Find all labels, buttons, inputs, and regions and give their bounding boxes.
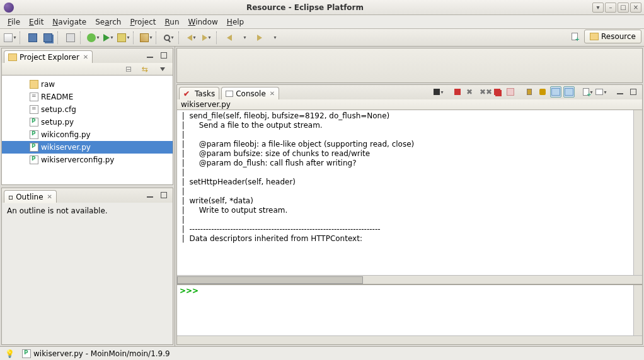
tree-item-setup-cfg[interactable]: setup.cfg — [2, 103, 173, 116]
tree-item-label: README — [41, 93, 73, 101]
status-file: wikiserver.py - MoinMoin/moin/1.9.9 — [33, 349, 170, 358]
project-explorer-view: Project Explorer ✕ ⊟ ⇆ rawREADMEsetup.cf… — [1, 48, 173, 185]
back-history-button[interactable] — [238, 31, 251, 45]
tree-item-label: wikiserverconfig.py — [41, 155, 114, 164]
terminate-all-button[interactable] — [492, 86, 503, 98]
main-toolbar: Resource — [0, 29, 644, 47]
project-explorer-title: Project Explorer — [20, 53, 79, 62]
view-maximize-button[interactable] — [158, 50, 170, 61]
resource-icon — [590, 33, 599, 40]
py-file-icon — [30, 118, 38, 127]
close-icon[interactable]: ✕ — [47, 193, 52, 200]
open-console-button[interactable] — [595, 86, 607, 98]
remove-all-button[interactable]: ✖✖ — [478, 86, 490, 98]
search-button[interactable] — [162, 31, 176, 45]
pin-console-button[interactable] — [537, 86, 548, 98]
display-console-button[interactable] — [582, 86, 594, 98]
window-titlebar: Resource - Eclipse Platform ▾ – □ × — [0, 0, 644, 15]
vertical-scrollbar[interactable] — [633, 285, 642, 335]
view-minimize-button[interactable] — [144, 189, 156, 201]
tree-item-label: raw — [41, 80, 55, 89]
window-title: Resource - Eclipse Platform — [18, 3, 592, 12]
terminate-button[interactable] — [452, 86, 463, 98]
menu-window[interactable]: Window — [185, 16, 222, 28]
scroll-lock-button[interactable] — [524, 86, 535, 98]
close-icon[interactable]: ✕ — [83, 53, 88, 60]
console-label: Console — [236, 89, 266, 98]
console-selection-button[interactable] — [433, 86, 444, 98]
tree-item-setup-py[interactable]: setup.py — [2, 116, 173, 128]
console-output[interactable]: | send_file(self, fileobj, bufsize=8192,… — [177, 110, 642, 284]
tree-item-README[interactable]: README — [2, 91, 173, 103]
outline-message: An outline is not available. — [7, 206, 108, 215]
tree-item-wikiconfig-py[interactable]: wikiconfig.py — [2, 128, 173, 141]
collapse-all-button[interactable]: ⊟ — [123, 62, 137, 76]
file-icon — [22, 349, 31, 358]
outline-tab[interactable]: ▫ Outline ✕ — [4, 190, 57, 203]
status-tip-icon[interactable]: 💡 — [5, 349, 14, 358]
tree-item-wikiserverconfig-py[interactable]: wikiserverconfig.py — [2, 154, 173, 166]
menu-search[interactable]: Search — [91, 16, 125, 28]
window-close-button[interactable]: × — [630, 3, 641, 13]
window-maximize-button[interactable]: □ — [618, 3, 629, 13]
view-menu-button[interactable] — [156, 62, 170, 76]
forward-button[interactable] — [253, 31, 267, 45]
save-all-button[interactable] — [41, 31, 55, 45]
tasks-tab[interactable]: ✔ Tasks — [179, 87, 219, 99]
new-wizard-button[interactable] — [139, 31, 153, 45]
py-file-icon — [30, 130, 38, 139]
project-explorer-icon — [8, 53, 17, 61]
close-icon[interactable]: ✕ — [270, 90, 275, 97]
view-minimize-button[interactable] — [614, 86, 626, 98]
outline-view: ▫ Outline ✕ An outline is not available. — [1, 188, 173, 345]
console-icon — [226, 91, 233, 97]
save-button[interactable] — [26, 31, 40, 45]
horizontal-scrollbar[interactable] — [177, 335, 642, 344]
menu-file[interactable]: File — [4, 16, 24, 28]
perspective-label: Resource — [601, 32, 636, 41]
menu-project[interactable]: Project — [126, 16, 159, 28]
forward-history-button[interactable] — [268, 31, 282, 45]
statusbar: 💡 wikiserver.py - MoinMoin/moin/1.9.9 — [0, 346, 644, 360]
link-editor-button[interactable]: ⇆ — [139, 62, 153, 76]
console-tab[interactable]: Console ✕ — [221, 87, 279, 99]
next-annotation-button[interactable] — [200, 31, 214, 45]
menu-navigate[interactable]: Navigate — [49, 16, 90, 28]
view-maximize-button[interactable] — [158, 189, 170, 201]
run-button[interactable] — [101, 31, 115, 45]
view-maximize-button[interactable] — [628, 86, 639, 98]
horizontal-scrollbar[interactable] — [177, 275, 642, 284]
print-button[interactable] — [64, 31, 78, 45]
txt-file-icon — [30, 105, 38, 114]
tree-item-label: setup.py — [41, 118, 74, 127]
menu-run[interactable]: Run — [161, 16, 183, 28]
clear-console-button[interactable] — [505, 86, 516, 98]
window-iconify-button[interactable]: ▾ — [592, 3, 604, 13]
view-minimize-button[interactable] — [144, 50, 156, 61]
tree-item-label: setup.cfg — [41, 105, 76, 114]
tree-item-wikiserver-py[interactable]: wikiserver.py — [2, 141, 173, 154]
menu-edit[interactable]: Edit — [25, 16, 47, 28]
vertical-scrollbar[interactable] — [633, 110, 642, 275]
back-button[interactable] — [222, 31, 236, 45]
perspective-resource[interactable]: Resource — [584, 30, 641, 43]
project-explorer-tree[interactable]: rawREADMEsetup.cfgsetup.pywikiconfig.pyw… — [1, 76, 173, 185]
txt-file-icon — [30, 93, 38, 101]
editor-area[interactable] — [176, 48, 643, 83]
prev-annotation-button[interactable] — [185, 31, 198, 45]
debug-button[interactable] — [86, 31, 100, 45]
menubar: File Edit Navigate Search Project Run Wi… — [0, 15, 644, 29]
show-on-err-button[interactable] — [563, 86, 575, 98]
open-perspective-button[interactable] — [568, 30, 582, 43]
tree-item-label: wikiserver.py — [41, 143, 91, 152]
new-button[interactable] — [3, 31, 17, 45]
app-icon — [4, 3, 14, 13]
external-tools-button[interactable] — [117, 31, 130, 45]
project-explorer-tab[interactable]: Project Explorer ✕ — [4, 50, 93, 63]
window-minimize-button[interactable]: – — [605, 3, 616, 13]
console-input[interactable]: >>> — [177, 284, 642, 344]
remove-launch-button[interactable]: ✖ — [465, 86, 476, 98]
show-on-out-button[interactable] — [550, 86, 561, 98]
menu-help[interactable]: Help — [223, 16, 248, 28]
tree-item-raw[interactable]: raw — [2, 78, 173, 91]
